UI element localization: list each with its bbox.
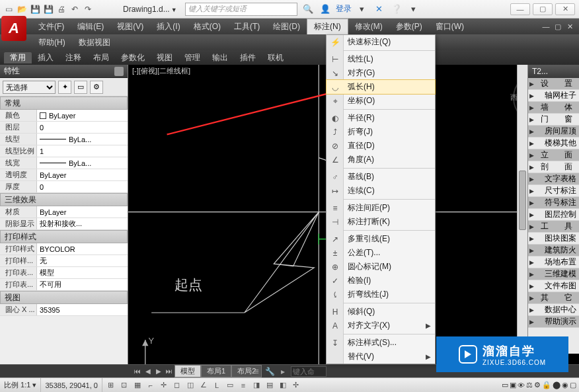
dropdown2-icon[interactable]: ▾ [407,3,420,16]
palette-item-墙体[interactable]: ▶墙 体 [528,102,579,114]
snap-icon[interactable]: ⊡ [118,379,130,391]
qp-icon[interactable]: ▤ [264,379,276,391]
ribbon-tab-管理[interactable]: 管理 [178,52,206,63]
tab-next-icon[interactable]: ▶ [153,366,164,377]
layout-tab-模型[interactable]: 模型 [174,365,201,377]
palette-item-图层控制[interactable]: ▶图层控制 [528,209,579,221]
grid-icon[interactable]: ▦ [132,379,143,391]
prop-linetype-value[interactable]: ByLa... [37,134,128,145]
palette-item-文字表格[interactable]: ▶文字表格 [528,173,579,185]
menu-item-对齐[interactable]: ↘对齐(G) [327,66,435,80]
tab-last-icon[interactable]: ⏭ [164,366,174,377]
menu-标注[interactable]: 标注(N) [307,19,348,34]
menu-数据视图[interactable]: 数据视图 [72,34,117,50]
prop-ltscale-value[interactable]: 1 [37,145,128,157]
prop-color-value[interactable]: ByLayer [37,110,128,121]
sc-icon[interactable]: ◧ [277,379,289,391]
menu-视图[interactable]: 视图(V) [110,19,150,34]
menu-参数[interactable]: 参数(P) [389,19,429,34]
palette-item-工具[interactable]: ▶工 具 [528,221,579,233]
ribbon-tab-联机[interactable]: 联机 [262,52,290,63]
annoscale-icon[interactable]: ⚖ [526,381,533,389]
menu-item-坐标[interactable]: ⌖坐标(O) [327,94,435,108]
tab-first-icon[interactable]: ⏮ [132,366,143,377]
open-icon[interactable]: 📂 [16,3,28,15]
prop-layer-value[interactable]: 0 [37,122,128,133]
palette-item-文件布图[interactable]: ▶文件布图 [528,280,579,292]
prop-material-value[interactable]: ByLayer [37,206,128,217]
minimize-button[interactable]: — [510,3,530,15]
command-input[interactable] [291,366,327,377]
menu-item-检验[interactable]: ✓检验(I) [327,274,435,288]
menu-item-连续[interactable]: ↦连续(C) [327,184,435,198]
palette-item-符号标注[interactable]: ▶符号标注 [528,197,579,209]
print-icon[interactable]: 🖨 [56,3,67,15]
menu-item-折弯[interactable]: ⤴折弯(J) [327,125,435,139]
ducs-icon[interactable]: L [211,379,223,391]
polar-icon[interactable]: ✛ [158,379,170,391]
menu-绘图[interactable]: 绘图(D) [266,19,307,34]
cmd-history-icon[interactable]: ≡ [251,366,262,377]
tab-prev-icon[interactable]: ◀ [143,366,153,377]
menu-item-标注打断[interactable]: ⊣标注打断(K) [327,215,435,229]
menu-item-基线[interactable]: ♂基线(B) [327,170,435,184]
menu-item-弧长[interactable]: ◡弧长(H) [327,80,435,94]
save-icon[interactable]: 💾 [29,3,41,15]
category-general[interactable]: 常规 [0,97,128,110]
palette-item-图块图案[interactable]: ▶图块图案 [528,233,579,245]
dyn-icon[interactable]: ▭ [224,379,236,391]
ribbon-tab-注释[interactable]: 注释 [59,52,87,63]
cmd-wrench-icon[interactable]: 🔧 [264,366,275,377]
pickadd-icon[interactable]: ✦ [58,81,71,94]
osnap-icon[interactable]: ◻ [171,379,183,391]
menu-插入[interactable]: 插入(I) [150,19,186,34]
category-view[interactable]: 视图 [0,291,128,304]
prop-plottab2-value[interactable]: 模型 [37,267,128,278]
palette-item-数据中心[interactable]: ▶数据中心 [528,304,579,316]
close-button[interactable]: ✕ [555,3,575,15]
panel-options-icon[interactable] [114,67,124,76]
saveas-icon[interactable]: 💾 [42,3,54,15]
prop-thickness-value[interactable]: 0 [37,181,128,192]
quickselect-icon[interactable]: ⚙ [90,81,103,94]
ribbon-tab-参数化[interactable]: 参数化 [115,52,151,63]
palette-item-门窗[interactable]: ▶门 窗 [528,114,579,126]
infer-icon[interactable]: ⊞ [105,379,117,391]
menu-窗口[interactable]: 窗口(W) [429,19,471,34]
menu-item-线性[interactable]: ⊢线性(L) [327,52,435,66]
model-paper-icon[interactable]: ▭ [502,381,508,389]
menu-item-标注样式[interactable]: ↧标注样式(S)... [327,336,435,350]
menu-item-对齐文字[interactable]: A对齐文字(X)▶ [327,319,435,333]
menu-item-直径[interactable]: ⊘直径(D) [327,139,435,153]
menu-工具[interactable]: 工具(T) [227,19,266,34]
clean-screen-icon[interactable]: ▢ [570,381,576,389]
palette-item-房间屋顶[interactable]: ▶房间屋顶 [528,126,579,137]
prop-transparency-value[interactable]: ByLayer [37,169,128,180]
menu-item-倾斜[interactable]: H倾斜(Q) [327,305,435,319]
mdi-close-icon[interactable]: ✕ [564,22,575,31]
menu-item-折弯线性[interactable]: ⤹折弯线性(J) [327,288,435,301]
menu-item-公差[interactable]: ±公差(T)... [327,246,435,260]
dropdown-icon[interactable]: ▾ [356,3,369,16]
workspace-icon[interactable]: ⚙ [534,381,541,389]
undo-icon[interactable]: ↶ [69,3,81,15]
prop-plotstyle-value[interactable]: BYCOLOR [37,243,128,255]
annomon-icon[interactable]: 👁 [518,381,525,389]
palette-item-剖面[interactable]: ▶剖 面 [528,161,579,173]
ribbon-tab-输出[interactable]: 输出 [206,52,234,63]
tpy-icon[interactable]: ◨ [251,379,262,391]
menu-item-替代[interactable]: 替代(V)▶ [327,350,435,364]
prop-plottab3-value[interactable]: 不可用 [37,279,128,290]
menu-文件[interactable]: 文件(F) [32,19,71,34]
prop-lineweight-value[interactable]: ByLa... [37,157,128,169]
category-plot-style[interactable]: 打印样式 [0,230,128,243]
user-icon[interactable]: 👤 [319,3,332,16]
menu-item-标注间距[interactable]: ≡标注间距(P) [327,201,435,215]
menu-item-圆心标记[interactable]: ⊕圆心标记(M) [327,260,435,274]
ribbon-tab-插件[interactable]: 插件 [234,52,262,63]
menu-item-半径[interactable]: ◐半径(R) [327,111,435,125]
search-input[interactable]: 键入关键字或短语 [185,3,297,16]
isolate-icon[interactable]: ◉ [562,381,568,389]
menu-item-角度[interactable]: ∠角度(A) [327,153,435,167]
prop-centerx-value[interactable] [37,304,128,315]
